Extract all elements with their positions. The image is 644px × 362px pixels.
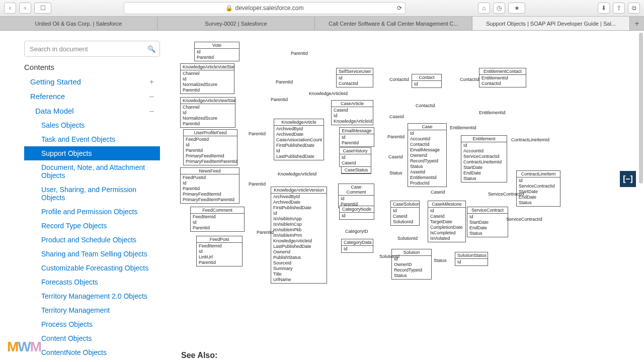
nav-item[interactable]: Data Model– [24,104,160,118]
browser-toolbar: ‹ › ☐ 🔒 developer.salesforce.com ⟳ ⌂ ◷ ★… [0,0,644,17]
entity-title: Case [408,124,446,130]
entity-fields: ArchivedByIdArchivedDateFirstPublishedDa… [271,194,327,283]
nav-item[interactable]: Forecasts Objects [24,275,160,289]
erd-diagram: VoteIdParentIdKnowledgeArticleVoteStatCh… [180,41,573,302]
entity-title: CaseMilestone [428,201,465,208]
edge-label: ContractLineItemId [511,137,549,142]
history-button[interactable]: ◷ [493,3,505,14]
nav-item[interactable]: User, Sharing, and Permission Objects [24,183,160,205]
toggle-icon[interactable]: – [149,107,154,116]
doc-sidebar: Search in document 🔍 Contents Getting St… [0,31,160,362]
browser-tab[interactable]: United Oil & Gas Corp. | Salesforce [0,17,157,30]
share-button[interactable]: ⇪ [613,3,625,14]
nav-item[interactable]: Task and Event Objects [24,132,160,146]
erd-entity-ka: KnowledgeArticleArchivedByIdArchivedDate… [274,119,324,160]
erd-entity-ca: CaseArticleCaseIdIdKnowledgeArticleId [331,100,373,125]
collapse-panel-button[interactable]: [–] [620,171,636,187]
edge-label: ContactId [460,77,479,82]
nav-item[interactable]: Reference– [24,89,160,104]
watermark: MWM [7,339,41,355]
browser-tab[interactable]: Call Center Software & Call Center Manag… [315,17,472,30]
nav-item[interactable]: Customizable Forecasting Objects [24,261,160,275]
nav-item[interactable]: Document, Note, and Attachment Objects [24,160,160,183]
nav-item[interactable]: ContentNote Objects [24,345,160,359]
see-also-heading: See Also: [181,351,217,360]
nav-item[interactable]: Territory Management 2.0 Objects [24,289,160,303]
nav-list: Getting Started+Reference–Data Model–Sal… [24,74,160,359]
home-button[interactable]: ⌂ [478,3,490,14]
entity-title: KnowledgeArticle [274,119,324,126]
entity-fields: Id [340,213,374,219]
erd-entity-cdata: CategoryDataId [341,239,373,253]
entity-title: SolutionStatus [455,252,488,259]
browser-tab-active[interactable]: Support Objects | SOAP API Developer Gui… [472,17,630,30]
entity-fields: FeedPostIdIdParentIdPrimaryFeedItemIdPri… [184,136,237,165]
forward-button[interactable]: › [19,3,31,14]
erd-entity-csol: CaseSolutionIdCaseIdSolutionId [390,201,420,226]
search-input[interactable]: Search in document 🔍 [24,41,160,57]
edge-label: CaseId [388,154,403,159]
erd-entity-ssu: SelfServiceUserIdContactId [336,68,373,87]
entity-title: CaseHistory [340,148,371,154]
contents-heading: Contents [24,63,160,71]
nav-item[interactable]: Sales Objects [24,118,160,132]
back-button[interactable]: ‹ [4,3,16,14]
edge-label: KnowledgeArticleId [309,91,348,96]
edge-label: CaseId [389,114,404,119]
entity-fields: CaseIdIdKnowledgeArticleId [332,107,373,125]
edge-label: EntitlementId [479,110,506,115]
entity-title: ContractLineItem [517,171,560,177]
bookmark-button[interactable]: ★ [508,3,525,14]
address-bar[interactable]: 🔒 developer.salesforce.com ⟳ [124,2,406,14]
tabs-button[interactable]: ⧉ [628,3,640,14]
reload-icon[interactable]: ⟳ [397,5,402,12]
edge-label: ParentId [249,131,266,136]
erd-entity-ss: SolutionStatusId [455,252,488,266]
nav-item[interactable]: Support Objects [24,146,160,160]
entity-fields: FeedPostIdIdParentIdPrimaryFeedItemIdPri… [181,174,239,203]
edge-label: ParentId [271,97,288,102]
edge-label: Status [434,258,447,263]
edge-label: ParentId [291,51,308,56]
new-tab-button[interactable]: + [630,17,644,30]
erd-entity-vote: VoteIdParentId [194,42,239,61]
nav-item[interactable]: Territory Management [24,303,160,317]
sidebar-toggle-button[interactable]: ☐ [34,3,51,14]
entity-title: FeedComment [191,207,244,214]
entity-fields: EntitlementIdContactId [479,75,526,87]
entity-title: CategoryData [342,239,373,246]
browser-tab[interactable]: Survey-0002 | Salesforce [157,17,315,30]
search-icon: 🔍 [147,45,155,53]
scrollbar[interactable] [639,33,643,184]
entity-fields: IdParentId [340,134,374,146]
entity-title: CaseSolution [391,201,419,208]
entity-title: KnowledgeArticleVersion [271,187,327,194]
entity-fields: Id [455,259,488,265]
nav-item[interactable]: Product and Schedule Objects [24,233,160,247]
erd-entity-ent: EntitlementIdAccountIdServiceContractIdC… [461,135,507,183]
erd-entity-cmile: CaseMilestoneIdCaseIdTargetDateCompletio… [428,201,466,242]
nav-item[interactable]: Profile and Permission Objects [24,205,160,219]
erd-entity-kav: KnowledgeArticleVersionArchivedByIdArchi… [271,187,327,284]
nav-item[interactable]: Process Objects [24,317,160,331]
nav-item[interactable]: Sharing and Team Selling Objects [24,247,160,261]
nav-item[interactable]: Record Type Objects [24,219,160,233]
erd-entity-em: EmailMessageIdParentId [339,127,374,147]
entity-title: CaseArticle [332,101,373,107]
toggle-icon[interactable]: + [149,77,154,86]
entity-title: EmailMessage [340,128,374,134]
nav-item[interactable]: Getting Started+ [24,74,160,89]
entity-fields: IdCaseIdSolutionId [391,208,419,225]
erd-entity-upf: UserProfileFeedFeedPostIdIdParentIdPrima… [183,129,237,165]
nav-item[interactable]: Content Objects [24,331,160,345]
entity-title: FeedPost [197,236,242,243]
entity-fields: IdAccountIdServiceContractIdContractLine… [461,142,507,182]
toggle-icon[interactable]: – [149,92,154,101]
edge-label: ParentId [249,182,266,187]
entity-fields: ArchivedByIdArchivedDateCaseAssociationC… [274,126,324,160]
entity-fields: IdStartDateEndDateStatus [467,214,508,237]
edge-label: ContactId [389,77,409,82]
downloads-button[interactable]: ⬇ [598,3,610,14]
entity-title: EntitlementContact [479,68,526,75]
edge-label: ParentId [387,134,405,139]
